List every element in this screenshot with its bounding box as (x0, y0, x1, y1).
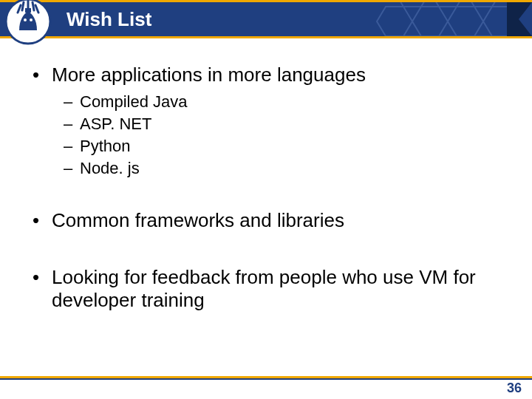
bullet-level2: – Node. js (64, 159, 502, 178)
bullet-dash-icon: – (64, 115, 80, 134)
svg-point-2 (24, 18, 27, 21)
bullet-text: Python (80, 137, 131, 156)
svg-marker-6 (448, 7, 483, 36)
footer-rule (0, 376, 532, 378)
page-number: 36 (507, 381, 522, 396)
bullet-level2: – ASP. NET (64, 115, 502, 134)
bullet-dash-icon: – (64, 159, 80, 178)
svg-marker-5 (412, 7, 448, 36)
svg-marker-4 (377, 7, 412, 36)
bullet-level1: • Common frameworks and libraries (33, 209, 502, 232)
bullet-dot-icon: • (33, 64, 52, 86)
bullet-level2: – Compiled Java (64, 92, 502, 112)
bullet-text: Common frameworks and libraries (52, 209, 344, 232)
header-arrow-icon (507, 2, 532, 36)
bullet-dash-icon: – (64, 137, 80, 156)
bullet-dash-icon: – (64, 92, 80, 112)
liberty-logo (4, 0, 52, 45)
bullet-level2: – Python (64, 137, 502, 156)
slide-header: Wish List (0, 0, 532, 38)
bullet-dot-icon: • (33, 266, 52, 312)
bullet-level1: • More applications in more languages (33, 64, 502, 86)
svg-point-3 (30, 18, 33, 21)
bullet-level1: • Looking for feedback from people who u… (33, 266, 502, 312)
bullet-text: Looking for feedback from people who use… (52, 266, 502, 312)
bullet-text: Compiled Java (80, 92, 188, 112)
bullet-text: ASP. NET (80, 115, 151, 134)
svg-marker-14 (507, 2, 532, 36)
slide-title: Wish List (66, 8, 151, 31)
slide-content: • More applications in more languages – … (0, 52, 532, 318)
bullet-text: More applications in more languages (52, 64, 366, 86)
bullet-dot-icon: • (33, 209, 52, 232)
bullet-text: Node. js (80, 159, 140, 178)
